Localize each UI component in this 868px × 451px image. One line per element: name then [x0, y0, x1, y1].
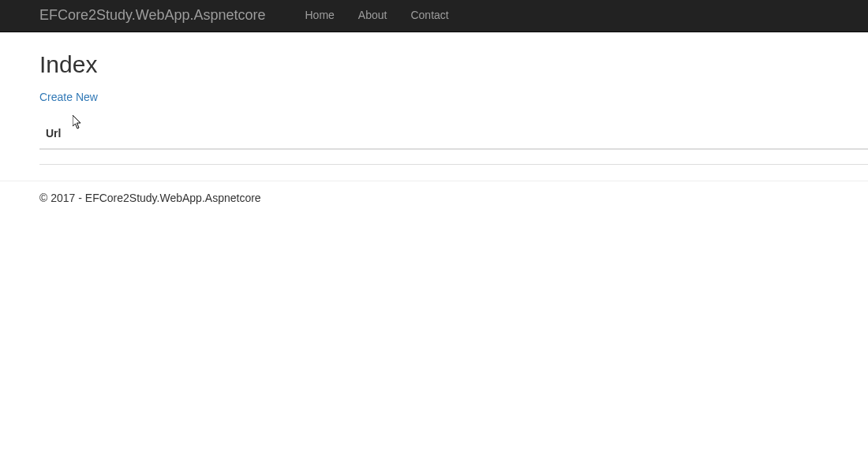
table-cell	[610, 149, 868, 165]
table-cell	[39, 149, 610, 165]
footer: © 2017 - EFCore2Study.WebApp.Aspnetcore	[0, 191, 868, 207]
create-new-link[interactable]: Create New	[39, 90, 98, 106]
nav-links: Home About Contact	[294, 2, 461, 30]
main-container: Index Create New Url	[0, 48, 868, 165]
nav-link-about[interactable]: About	[346, 2, 399, 30]
footer-divider	[0, 181, 868, 181]
footer-text: © 2017 - EFCore2Study.WebApp.Aspnetcore	[39, 191, 868, 207]
table-header-actions	[610, 120, 868, 149]
navbar: EFCore2Study.WebApp.Aspnetcore Home Abou…	[0, 0, 868, 32]
table-row	[39, 149, 868, 165]
navbar-brand[interactable]: EFCore2Study.WebApp.Aspnetcore	[39, 0, 278, 32]
nav-link-home[interactable]: Home	[294, 2, 346, 30]
nav-link-contact[interactable]: Contact	[398, 2, 460, 30]
table-header-url: Url	[39, 120, 610, 149]
data-table: Url	[39, 120, 868, 165]
page-title: Index	[39, 48, 868, 82]
